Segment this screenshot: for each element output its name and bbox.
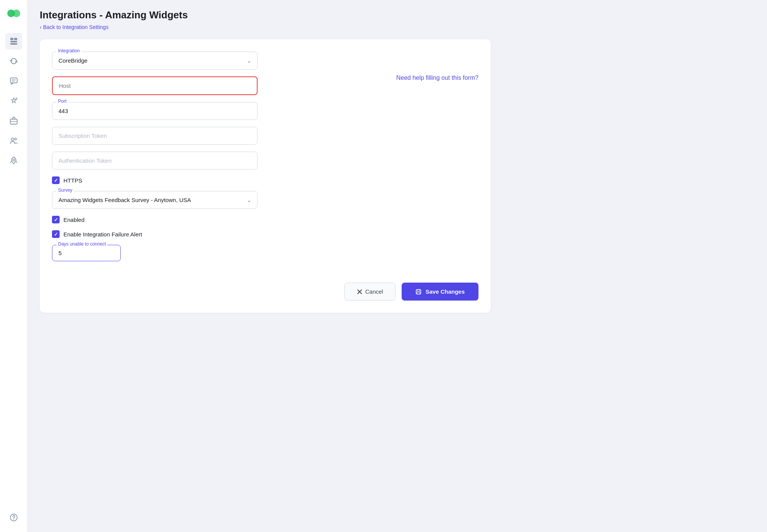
- integration-field-group: Integration CoreBridge ⌄: [52, 52, 258, 70]
- svg-rect-6: [10, 78, 17, 83]
- port-field-label: Port: [57, 99, 68, 104]
- days-field-label: Days unable to connect: [57, 241, 107, 247]
- integration-select[interactable]: CoreBridge: [52, 52, 258, 70]
- authentication-token-input[interactable]: [52, 152, 258, 170]
- days-input[interactable]: [52, 245, 121, 261]
- sidebar-item-briefcase[interactable]: [5, 112, 22, 129]
- failure-alert-checkbox[interactable]: ✓: [52, 230, 60, 238]
- form-layout: Integration CoreBridge ⌄ Port: [52, 52, 478, 261]
- svg-point-15: [13, 159, 15, 161]
- sidebar-item-team[interactable]: [5, 132, 22, 149]
- cancel-button[interactable]: Cancel: [344, 283, 396, 301]
- https-checkbox-row: ✓ HTTPS: [52, 176, 258, 184]
- sidebar-item-stars[interactable]: [5, 92, 22, 109]
- sidebar-item-chat[interactable]: [5, 73, 22, 89]
- port-field-group: Port: [52, 102, 258, 120]
- enabled-label: Enabled: [63, 217, 84, 223]
- logo[interactable]: [6, 6, 21, 22]
- authentication-token-field-group: [52, 152, 258, 170]
- cancel-x-icon: [357, 289, 362, 294]
- subscription-token-field-group: [52, 127, 258, 145]
- sidebar: [0, 0, 28, 532]
- survey-field-group: Survey Amazing Widgets Feedback Survey -…: [52, 191, 258, 209]
- back-chevron-icon: ‹: [40, 24, 42, 30]
- form-card: Integration CoreBridge ⌄ Port: [40, 39, 491, 313]
- svg-point-13: [11, 138, 14, 141]
- survey-select[interactable]: Amazing Widgets Feedback Survey - Anytow…: [52, 191, 258, 209]
- enabled-checkbox[interactable]: ✓: [52, 216, 60, 223]
- svg-point-14: [15, 138, 16, 140]
- host-field-group: [52, 76, 258, 95]
- sidebar-item-rocket[interactable]: [5, 152, 22, 169]
- cancel-label: Cancel: [365, 288, 383, 295]
- svg-point-17: [13, 519, 14, 520]
- svg-rect-3: [14, 38, 17, 40]
- survey-field-label: Survey: [57, 188, 74, 193]
- sidebar-item-sync[interactable]: [5, 53, 22, 70]
- main-content: Integrations - Amazing Widgets ‹ Back to…: [28, 0, 767, 532]
- save-changes-button[interactable]: Save Changes: [402, 283, 478, 301]
- form-right: Need help filling out this form?: [273, 52, 478, 81]
- failure-alert-checkmark-icon: ✓: [54, 231, 58, 237]
- https-checkbox[interactable]: ✓: [52, 176, 60, 184]
- days-field-group: Days unable to connect: [52, 245, 121, 261]
- save-icon: [415, 289, 422, 295]
- svg-rect-2: [10, 38, 13, 40]
- sidebar-item-grid[interactable]: [5, 33, 22, 50]
- svg-rect-4: [10, 41, 17, 42]
- page-title: Integrations - Amazing Widgets: [40, 9, 755, 21]
- port-input[interactable]: [52, 102, 258, 120]
- back-link-label: Back to Integration Settings: [43, 24, 109, 30]
- form-fields: Integration CoreBridge ⌄ Port: [52, 52, 258, 261]
- svg-rect-5: [10, 43, 17, 45]
- failure-alert-label: Enable Integration Failure Alert: [63, 231, 142, 238]
- enabled-checkbox-row: ✓ Enabled: [52, 216, 258, 223]
- back-link[interactable]: ‹ Back to Integration Settings: [40, 24, 755, 30]
- survey-select-wrapper: Amazing Widgets Feedback Survey - Anytow…: [52, 191, 258, 209]
- integration-select-wrapper: CoreBridge ⌄: [52, 52, 258, 70]
- integration-field-label: Integration: [57, 48, 81, 53]
- failure-alert-checkbox-row: ✓ Enable Integration Failure Alert: [52, 230, 258, 238]
- host-input[interactable]: [52, 76, 258, 95]
- help-link[interactable]: Need help filling out this form?: [396, 74, 478, 81]
- enabled-checkmark-icon: ✓: [54, 217, 58, 223]
- subscription-token-input[interactable]: [52, 127, 258, 145]
- svg-point-1: [13, 10, 20, 17]
- https-label: HTTPS: [63, 177, 82, 184]
- https-checkmark-icon: ✓: [54, 178, 58, 183]
- save-label: Save Changes: [425, 288, 465, 295]
- sidebar-item-help[interactable]: [5, 509, 22, 526]
- actions-row: Cancel Save Changes: [52, 273, 478, 301]
